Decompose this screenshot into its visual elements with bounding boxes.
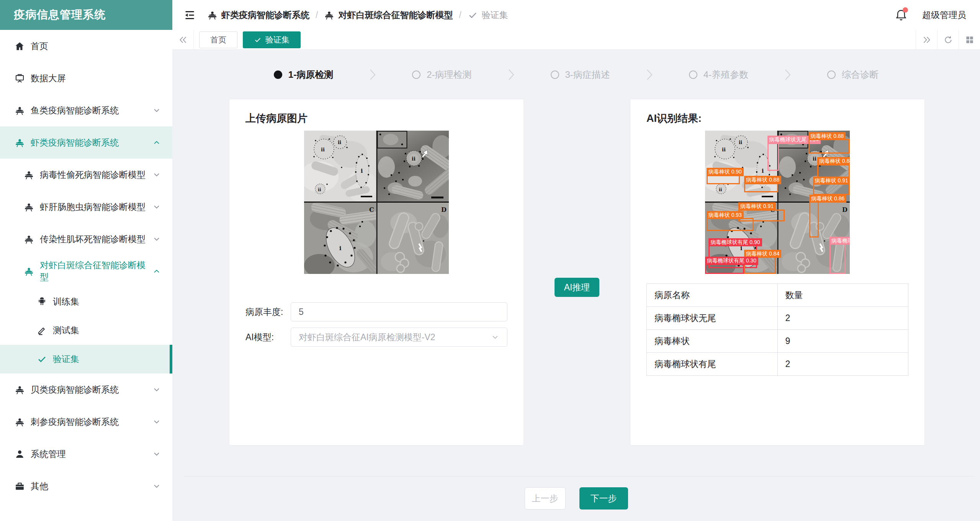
system-icon (207, 10, 218, 20)
sidebar: 疫病信息管理系统 首页数据大屏鱼类疫病智能诊断系统虾类疫病智能诊断系统病毒性偷死… (0, 0, 172, 521)
sidebar-item[interactable]: 测试集 (0, 316, 172, 345)
system-icon (324, 10, 334, 20)
sidebar-item[interactable]: 数据大屏 (0, 62, 172, 94)
step-arrow-icon (369, 69, 376, 81)
step-label: 1-病原检测 (288, 69, 333, 81)
chevron-up-icon (152, 267, 161, 275)
system-icon (24, 202, 34, 212)
wizard-step[interactable]: 4-养殖参数 (689, 69, 748, 81)
sidebar-item-label: 虾肝肠胞虫病智能诊断模型 (40, 201, 146, 213)
next-step-button[interactable]: 下一步 (579, 487, 628, 510)
breadcrumb-item[interactable]: 虾类疫病智能诊断系统 (207, 9, 309, 21)
wizard-stepper: 1-病原检测2-病理检测3-病症描述4-养殖参数综合诊断 (172, 50, 980, 81)
system-icon (15, 417, 25, 427)
upload-pathogen-card: 上传病原图片 病原丰度: 5 AI模型: 对虾白斑综合征AI病原检测模型-V2 (229, 99, 524, 446)
tabs-scroll-right-icon[interactable] (916, 30, 937, 49)
tab-bar: 首页验证集 (172, 30, 980, 50)
sidebar-item[interactable]: 其他 (0, 470, 172, 502)
breadcrumb-label: 验证集 (482, 9, 508, 21)
sidebar-item-label: 对虾白斑综合征智能诊断模型 (40, 259, 152, 283)
refresh-icon[interactable] (937, 30, 959, 49)
ai-model-select[interactable]: 对虾白斑综合征AI病原检测模型-V2 (291, 328, 507, 347)
tab-item[interactable]: 首页 (199, 31, 237, 48)
sidebar-item[interactable]: 首页 (0, 30, 172, 62)
previous-step-button[interactable]: 上一步 (525, 487, 566, 510)
table-cell: 病毒椭球状有尾 (647, 353, 778, 376)
breadcrumb-label: 虾类疫病智能诊断系统 (221, 9, 309, 21)
sidebar-menu: 首页数据大屏鱼类疫病智能诊断系统虾类疫病智能诊断系统病毒性偷死病智能诊断模型虾肝… (0, 30, 172, 521)
chevron-down-icon (152, 170, 161, 179)
abundance-input[interactable]: 5 (291, 302, 507, 321)
upload-card-title: 上传病原图片 (245, 112, 507, 125)
step-dot (689, 70, 697, 79)
system-icon (24, 266, 34, 277)
tabs: 首页验证集 (194, 30, 301, 49)
sidebar-item[interactable]: 病毒性偷死病智能诊断模型 (0, 159, 172, 191)
step-label: 2-病理检测 (427, 69, 471, 81)
detection-label: 病毒椭球状有尾 0.90 (708, 238, 762, 247)
wizard-step[interactable]: 综合诊断 (827, 69, 879, 81)
detection-label: 病毒椭球状有尾 0.30 (705, 257, 758, 265)
detection-label: 病毒棒状 0.91 (813, 177, 850, 185)
sidebar-item-label: 贝类疫病智能诊断系统 (31, 384, 119, 396)
sidebar-item[interactable]: 验证集 (0, 345, 172, 374)
chevron-down-icon (152, 385, 161, 394)
step-arrow-icon (784, 69, 791, 81)
wizard-step[interactable]: 3-病症描述 (551, 69, 610, 81)
notification-bell-icon[interactable] (895, 8, 908, 21)
sidebar-item[interactable]: 传染性肌坏死智能诊断模型 (0, 223, 172, 255)
step-arrow-icon (508, 69, 515, 81)
result-card-title: AI识别结果: (646, 112, 908, 125)
step-dot (412, 70, 420, 79)
ai-inference-button[interactable]: AI推理 (555, 278, 600, 297)
breadcrumb-item[interactable]: 验证集 (468, 9, 508, 21)
wizard-step[interactable]: 1-病原检测 (274, 69, 333, 81)
sidebar-item[interactable]: 系统管理 (0, 438, 172, 470)
sidebar-item[interactable]: 虾类疫病智能诊断系统 (0, 126, 172, 159)
sidebar-item-label: 验证集 (53, 353, 79, 365)
topbar: 虾类疫病智能诊断系统/对虾白斑综合征智能诊断模型/验证集 超级管理员 (172, 0, 980, 30)
detection-box: 病毒棒状 0.90 (707, 175, 740, 184)
sidebar-item-label: 首页 (31, 40, 48, 52)
sidebar-item[interactable]: 刺参疫病智能诊断系统 (0, 406, 172, 438)
chevron-down-icon (491, 333, 499, 341)
tab-active[interactable]: 验证集 (243, 31, 301, 48)
step-label: 综合诊断 (842, 69, 879, 81)
sidebar-item[interactable]: 对虾白斑综合征智能诊断模型 (0, 255, 172, 287)
collapse-menu-icon[interactable] (184, 9, 196, 21)
step-label: 4-养殖参数 (704, 69, 748, 81)
sidebar-item[interactable]: 训练集 (0, 287, 172, 316)
ai-annotated-image: 病毒椭球状无尾 0.94病毒棒状 0.88病毒棒状 0.88病毒棒状 0.90病… (705, 131, 850, 274)
sidebar-item[interactable]: 贝类疫病智能诊断系统 (0, 374, 172, 406)
user-icon (15, 449, 25, 459)
detection-label: 病毒棒状 0.88 (817, 157, 850, 165)
system-icon (15, 105, 25, 116)
sidebar-item[interactable]: 鱼类疫病智能诊断系统 (0, 94, 172, 126)
detection-box: 病毒椭球状无尾 0.94 (767, 143, 779, 171)
detection-label: 病毒棒状 0.88 (808, 132, 846, 141)
abundance-row: 病原丰度: 5 (245, 302, 507, 321)
ai-model-value: 对虾白斑综合征AI病原检测模型-V2 (299, 331, 435, 343)
layout-grid-icon[interactable] (959, 30, 980, 49)
panels: 上传病原图片 病原丰度: 5 AI模型: 对虾白斑综合征AI病原检测模型-V2 (172, 99, 980, 446)
chevron-down-icon (152, 482, 161, 490)
detection-box: 病毒椭球状有尾 0.30 (705, 264, 744, 274)
chevron-down-icon (152, 235, 161, 243)
ai-model-row: AI模型: 对虾白斑综合征AI病原检测模型-V2 (245, 328, 507, 347)
sidebar-item-label: 刺参疫病智能诊断系统 (31, 416, 119, 428)
table-cell: 2 (777, 307, 908, 330)
breadcrumb-item[interactable]: 对虾白斑综合征智能诊断模型 (324, 9, 453, 21)
sidebar-item-label: 传染性肌坏死智能诊断模型 (40, 233, 146, 245)
pathogen-count-table: 病原名称数量病毒椭球状无尾2病毒棒状9病毒椭球状有尾2 (646, 283, 908, 376)
sidebar-item-label: 训练集 (53, 296, 79, 308)
wizard-step[interactable]: 2-病理检测 (412, 69, 471, 81)
system-icon (24, 234, 34, 244)
sidebar-item[interactable]: 虾肝肠胞虫病智能诊断模型 (0, 191, 172, 223)
step-label: 3-病症描述 (565, 69, 610, 81)
table-row: 病毒椭球状有尾2 (647, 353, 908, 376)
table-row: 病毒椭球状无尾2 (647, 307, 908, 330)
sidebar-item-label: 虾类疫病智能诊断系统 (31, 137, 119, 149)
tabs-scroll-left-icon[interactable] (172, 30, 194, 49)
table-header-row: 病原名称数量 (647, 284, 908, 307)
topbar-right: 超级管理员 (895, 8, 966, 21)
